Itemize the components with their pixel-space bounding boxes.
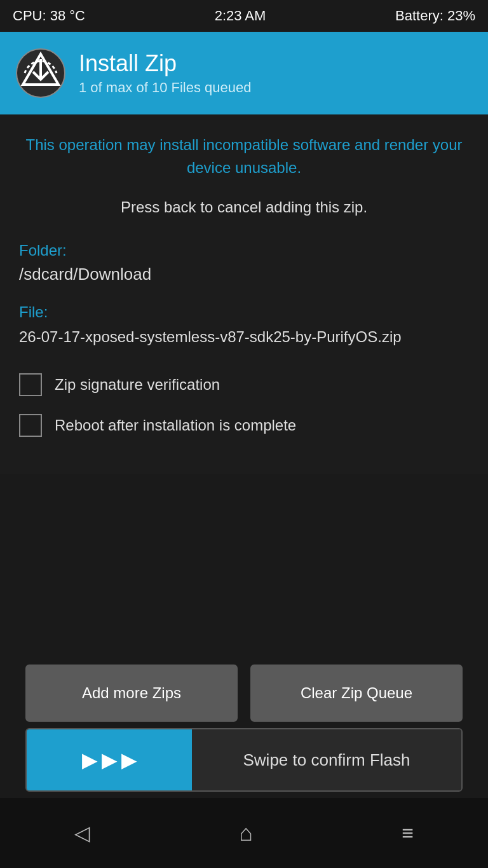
reboot-after-row[interactable]: Reboot after installation is complete: [19, 414, 469, 437]
battery-status: Battery: 23%: [395, 8, 475, 24]
swipe-handle[interactable]: ▶ ▶ ▶: [27, 729, 192, 790]
nav-bar: ◁ ⌂ ≡: [0, 798, 488, 868]
clear-zip-queue-button[interactable]: Clear Zip Queue: [250, 665, 463, 722]
status-bar: CPU: 38 °C 2:23 AM Battery: 23%: [0, 0, 488, 32]
add-more-zips-button[interactable]: Add more Zips: [25, 665, 238, 722]
swipe-label: Swipe to confirm Flash: [243, 750, 410, 770]
swipe-bar[interactable]: ▶ ▶ ▶ Swipe to confirm Flash: [25, 728, 463, 792]
swipe-text-area: Swipe to confirm Flash: [192, 729, 461, 790]
file-label: File:: [19, 303, 469, 321]
folder-path: /sdcard/Download: [19, 265, 469, 284]
reboot-after-label: Reboot after installation is complete: [55, 417, 296, 434]
warning-text: This operation may install incompatible …: [19, 134, 469, 179]
header: Install Zip 1 of max of 10 Files queued: [0, 32, 488, 114]
zip-signature-label: Zip signature verification: [55, 376, 220, 394]
time-status: 2:23 AM: [215, 8, 266, 24]
app-icon: [15, 48, 66, 99]
menu-button[interactable]: ≡: [402, 822, 414, 845]
arrow-3-icon: ▶: [121, 748, 137, 772]
zip-signature-checkbox[interactable]: [19, 373, 42, 396]
arrow-2-icon: ▶: [102, 748, 118, 772]
swipe-arrows: ▶ ▶ ▶: [82, 748, 137, 772]
arrow-1-icon: ▶: [82, 748, 98, 772]
cpu-status: CPU: 38 °C: [13, 8, 85, 24]
cancel-hint: Press back to cancel adding this zip.: [19, 198, 469, 216]
folder-label: Folder:: [19, 242, 469, 259]
file-name: 26-07-17-xposed-systemless-v87-sdk25-by-…: [19, 326, 469, 348]
home-button[interactable]: ⌂: [239, 820, 253, 846]
zip-signature-row[interactable]: Zip signature verification: [19, 373, 469, 396]
main-content: This operation may install incompatible …: [0, 114, 488, 474]
buttons-section: Add more Zips Clear Zip Queue: [0, 665, 488, 722]
header-title: Install Zip: [79, 50, 252, 77]
header-text: Install Zip 1 of max of 10 Files queued: [79, 50, 252, 96]
back-button[interactable]: ◁: [74, 821, 90, 845]
reboot-after-checkbox[interactable]: [19, 414, 42, 437]
header-subtitle: 1 of max of 10 Files queued: [79, 79, 252, 96]
